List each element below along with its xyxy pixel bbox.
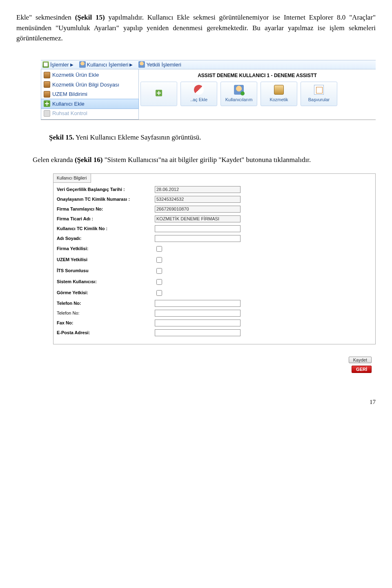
box-icon bbox=[44, 72, 50, 78]
p1-a: Ekle" sekmesinden bbox=[16, 13, 75, 21]
label-firma-ad: Firma Ticari Adı : bbox=[57, 215, 155, 222]
doc-icon bbox=[44, 110, 50, 117]
form-icon bbox=[314, 85, 324, 95]
toolbar-btn-partial[interactable] bbox=[140, 82, 177, 106]
save-button[interactable]: Kaydet bbox=[349, 357, 372, 363]
label-email: E-Posta Adresi: bbox=[57, 329, 155, 336]
dropdown-ruhsat-kontrol[interactable]: Ruhsat Kontrol bbox=[41, 109, 138, 118]
label-firma-yetkilisi: Firma Yetkilisi: bbox=[57, 245, 155, 252]
pill-icon bbox=[194, 85, 204, 95]
label-sistem-kullanicisi: Sistem Kullanıcısı: bbox=[57, 278, 155, 285]
label-telefon-1: Telefon No: bbox=[57, 300, 155, 307]
paragraph-1: Ekle" sekmesinden (Şekil 15) yapılmalıdı… bbox=[16, 12, 376, 44]
dropdown-item-label: Kullanıcı Ekle bbox=[52, 100, 85, 108]
input-email[interactable] bbox=[155, 329, 241, 336]
menu-yetkili-label: Yetkili İşlemleri bbox=[146, 61, 181, 69]
toolbar-label: Başvurular bbox=[308, 96, 330, 103]
page-number: 17 bbox=[16, 397, 376, 407]
p2-a: Gelen ekranda bbox=[33, 156, 75, 164]
box-icon bbox=[44, 81, 50, 88]
dropdown-item-label: Kozmetik Ürün Bilgi Dosyası bbox=[52, 81, 119, 89]
dropdown-kullanici-ekle[interactable]: Kullanıcı Ekle bbox=[41, 99, 138, 109]
user-icon bbox=[138, 61, 145, 68]
label-gorme-yetkisi: Görme Yetkisi: bbox=[57, 289, 155, 296]
toolbar-btn-ilac-ekle[interactable]: ..aç Ekle bbox=[180, 82, 217, 106]
toolbar-btn-kullanicilarim[interactable]: Kullanıcılarım bbox=[220, 82, 257, 106]
toolbar-btn-basvurular[interactable]: Başvurular bbox=[301, 82, 337, 106]
cosmetic-icon bbox=[274, 85, 284, 95]
label-date: Veri Geçerlilik Başlangıç Tarihi : bbox=[57, 186, 155, 193]
islemler-dropdown: Kozmetik Ürün Ekle Kozmetik Ürün Bilgi D… bbox=[41, 69, 139, 120]
input-firma-ad[interactable] bbox=[155, 215, 241, 222]
chevron-right-icon: ▶ bbox=[129, 62, 133, 68]
menu-islemler-label: İşlemler bbox=[50, 61, 69, 69]
p2-c: "Sistem Kullanıcısı"na ait bilgiler giri… bbox=[102, 156, 311, 164]
caption-text: Yeni Kullanıcı Ekleme Sayfasının görüntü… bbox=[74, 133, 201, 141]
menu-kullanici-islemleri[interactable]: Kullanıcı İşlemleri ▶ bbox=[79, 61, 133, 69]
plus-icon bbox=[44, 100, 50, 107]
dropdown-kozmetik-urun-bilgi[interactable]: Kozmetik Ürün Bilgi Dosyası bbox=[41, 80, 138, 90]
label-its-sorumlusu: İTS Sorumlusu bbox=[57, 267, 155, 274]
label-adi-soyadi: Adı Soyadı: bbox=[57, 235, 155, 242]
p1-ref: (Şekil 15) bbox=[75, 13, 105, 21]
dropdown-uzem-bildirimi[interactable]: UZEM Bildirimi bbox=[41, 89, 138, 99]
checkbox-uzem-yetkilisi[interactable] bbox=[156, 257, 162, 263]
input-adi-soyadi[interactable] bbox=[155, 235, 241, 242]
form-buttons: Kaydet GERİ bbox=[53, 357, 376, 373]
box-icon bbox=[44, 91, 50, 98]
menu-screenshot: İşlemler ▶ Kullanıcı İşlemleri ▶ Yetkili… bbox=[41, 60, 376, 120]
label-firma-no: Firma Tanımlayıcı No: bbox=[57, 206, 155, 213]
checkbox-sistem-kullanicisi[interactable] bbox=[156, 279, 162, 285]
chevron-right-icon: ▶ bbox=[70, 62, 74, 68]
dropdown-kozmetik-urun-ekle[interactable]: Kozmetik Ürün Ekle bbox=[41, 70, 138, 80]
caption-bold: Şekil 15. bbox=[49, 133, 74, 141]
menu-kullanici-label: Kullanıcı İşlemleri bbox=[87, 61, 129, 69]
label-fax: Fax No: bbox=[57, 320, 155, 326]
input-telefon-2[interactable] bbox=[155, 310, 241, 317]
user-banner: ASSIST DENEME KULLANICI 1 - DENEME ASSIS… bbox=[139, 69, 376, 79]
input-firma-no[interactable] bbox=[155, 206, 241, 213]
back-button[interactable]: GERİ bbox=[352, 366, 372, 373]
dropdown-item-label: Ruhsat Kontrol bbox=[52, 109, 87, 118]
checkbox-gorme-yetkisi[interactable] bbox=[156, 290, 162, 296]
user-add-icon bbox=[234, 85, 244, 95]
user-icon bbox=[79, 61, 86, 68]
label-telefon-2: Telefon No: bbox=[57, 310, 155, 317]
toolbar-label: Kozmetik bbox=[270, 96, 288, 103]
dropdown-item-label: Kozmetik Ürün Ekle bbox=[52, 71, 99, 79]
user-form: Kullanıcı Bilgileri Veri Geçerlilik Başl… bbox=[53, 173, 376, 344]
paragraph-2: Gelen ekranda (Şekil 16) "Sistem Kullanı… bbox=[16, 155, 376, 165]
label-uzem-yetkilisi: UZEM Yetkilisi bbox=[57, 256, 155, 263]
toolbar-btn-kozmetik[interactable]: Kozmetik bbox=[261, 82, 297, 106]
menu-yetkili-islemleri[interactable]: Yetkili İşlemleri bbox=[138, 61, 181, 69]
input-date[interactable] bbox=[155, 186, 241, 193]
menu-islemler[interactable]: İşlemler ▶ bbox=[42, 61, 74, 69]
input-kullanici-tc[interactable] bbox=[155, 225, 241, 232]
toolbar-label: ..aç Ekle bbox=[190, 96, 207, 103]
toolbar-label: Kullanıcılarım bbox=[225, 96, 253, 103]
label-onay-tc: Onaylayanın TC Kimlik Numarası : bbox=[57, 196, 155, 203]
input-fax[interactable] bbox=[155, 320, 241, 326]
checkbox-firma-yetkilisi[interactable] bbox=[156, 246, 162, 252]
menu-top-bar: İşlemler ▶ Kullanıcı İşlemleri ▶ Yetkili… bbox=[41, 60, 376, 70]
toolbar: ..aç Ekle Kullanıcılarım Kozmetik Başvur… bbox=[139, 79, 376, 109]
plus-icon bbox=[156, 90, 162, 96]
doc-icon bbox=[42, 61, 49, 68]
input-telefon-1[interactable] bbox=[155, 300, 241, 307]
figure-15-caption: Şekil 15. Yeni Kullanıcı Ekleme Sayfasın… bbox=[49, 132, 376, 143]
form-tab-title: Kullanıcı Bilgileri bbox=[53, 174, 91, 183]
label-kullanici-tc: Kullanıcı TC Kimlik No : bbox=[57, 225, 155, 232]
dropdown-item-label: UZEM Bildirimi bbox=[52, 90, 87, 98]
p2-ref: (Şekil 16) bbox=[75, 156, 102, 164]
input-onay-tc[interactable] bbox=[155, 196, 241, 203]
checkbox-its-sorumlusu[interactable] bbox=[156, 268, 162, 274]
